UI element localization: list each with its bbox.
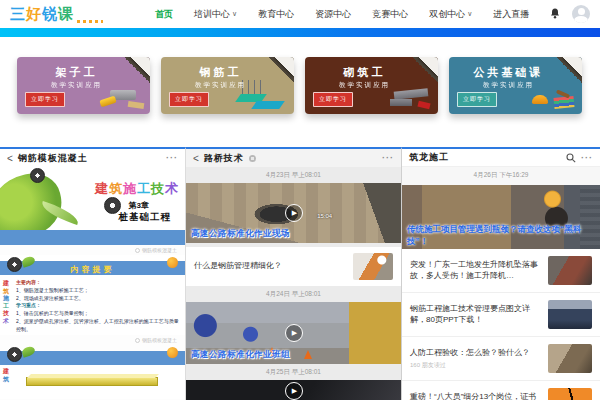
article-card[interactable]: 人防工程验收：怎么验？验什么？ 160 朋友读过	[402, 337, 600, 381]
card-illustration	[532, 95, 548, 104]
article-card[interactable]: 重磅！“八大员”细分13个岗位，证书全国联网、全国通用，浙…	[402, 381, 600, 400]
card-subtitle: 教学实训应用	[449, 81, 568, 90]
video-thumbnail[interactable]: ▶ 15:04 高速公路标准化作业现场	[186, 183, 401, 243]
outline-line: 1、锤击沉桩的工艺与质量控制；	[16, 310, 179, 318]
read-count: 160 朋友读过	[410, 361, 540, 369]
nav-label: 培训中心	[194, 8, 230, 21]
nav-label: 首页	[155, 8, 173, 21]
date-divider: 4月23日 早上08:01	[186, 167, 401, 183]
gold-beam-illustration	[26, 377, 158, 386]
course-card-mason[interactable]: 砌筑工 教学实训应用 立即学习	[305, 57, 438, 114]
play-icon[interactable]: ▶	[285, 204, 303, 222]
nav-item-resource-center[interactable]: 资源中心	[315, 8, 351, 21]
slide-title: 建筑施工技术	[95, 180, 179, 198]
title-char: 工	[137, 181, 151, 196]
video-thumbnail[interactable]: ▶	[186, 380, 401, 400]
logo-char: 课	[58, 5, 74, 24]
card-illustration	[128, 101, 145, 109]
card-subtitle: 教学实训应用	[17, 81, 136, 90]
play-icon[interactable]: ▶	[285, 324, 303, 342]
slide-section-bar	[0, 351, 185, 365]
course-card-public-basics[interactable]: 公共基础课 教学实训应用 立即学习	[449, 57, 582, 114]
outline-line: 主要内容：	[16, 279, 179, 287]
slide-outline[interactable]: 内容提要 建 筑 施 工 技 术 主要内容： 1、钢筋混凝土预制桩施工工艺； 2…	[0, 255, 185, 335]
card-illustration	[417, 101, 430, 110]
logo-underline-decoration	[77, 20, 103, 23]
slide-next[interactable]: 建 筑	[0, 365, 185, 399]
watermark: 钢筋模板混凝土	[0, 335, 185, 345]
outline-line: 学习重点：	[16, 302, 179, 310]
fruit-illustration	[167, 347, 178, 358]
course-card-rebar-worker[interactable]: 钢筋工 教学实训应用 立即学习	[161, 57, 294, 114]
video-caption: 高速公路标准化作业班组	[191, 349, 290, 361]
nav-label: 进入直播	[493, 8, 529, 21]
chevron-down-icon: ∨	[232, 10, 237, 18]
top-nav: 三 好 锐 课 首页 培训中心∨ 教育中心 资源中心 竞赛中心 双创中心∨ 进入…	[0, 0, 600, 28]
card-subtitle: 教学实训应用	[161, 81, 280, 90]
nav-item-enter-live[interactable]: 进入直播	[493, 8, 529, 21]
watermark: 钢筋模板混凝土	[0, 245, 185, 255]
traffic-cone-illustration	[304, 350, 312, 359]
label-char: 术	[3, 318, 9, 326]
article-title-text: 人防工程验收：怎么验？验什么？	[410, 348, 530, 357]
outline-line: 2、现场成孔灌注桩施工工艺。	[16, 295, 179, 303]
column-header: < 钢筋模板混凝土 ···	[0, 149, 185, 167]
course-card-scaffolder[interactable]: 架子工 教学实训应用 立即学习	[17, 57, 150, 114]
featured-article-title: 传统施工项目管理遇到瓶颈？请查收这项“黑科技”！	[407, 224, 596, 247]
learn-now-button[interactable]: 立即学习	[313, 92, 353, 107]
learn-now-button[interactable]: 立即学习	[25, 92, 65, 107]
card-title: 钢筋工	[161, 65, 280, 80]
more-menu-icon[interactable]: ···	[382, 153, 394, 163]
article-card[interactable]: 什么是钢筋管理精细化？	[186, 247, 401, 286]
column-zhulong-construction: 筑龙施工 ··· 4月26日 下午16:29 传统施工项目管理遇到瓶颈？请查收这…	[402, 147, 600, 400]
hero-banner-strip[interactable]	[0, 28, 600, 37]
nav-item-education-center[interactable]: 教育中心	[258, 8, 294, 21]
feed: 4月23日 早上08:01 ▶ 15:04 高速公路标准化作业现场 什么是钢筋管…	[186, 167, 401, 400]
vertical-slide-label: 建 筑	[3, 368, 9, 383]
article-thumbnail	[548, 344, 592, 373]
chevron-down-icon: ∨	[467, 10, 472, 18]
card-title: 公共基础课	[449, 65, 568, 80]
vertical-slide-label: 建 筑 施 工 技 术	[3, 280, 9, 325]
card-title: 砌筑工	[305, 65, 424, 80]
card-title: 架子工	[17, 65, 136, 80]
leaf-illustration	[21, 255, 36, 268]
search-icon[interactable]	[566, 153, 576, 163]
article-thumbnail	[548, 300, 592, 329]
card-illustration	[390, 99, 412, 106]
video-caption: 高速公路标准化作业现场	[191, 228, 290, 240]
nav-item-training-center[interactable]: 培训中心∨	[194, 8, 237, 21]
video-duration: 15:04	[317, 213, 332, 219]
video-thumbnail[interactable]: ▶ 高速公路标准化作业班组	[186, 302, 401, 364]
back-icon[interactable]: <	[193, 153, 199, 164]
user-avatar[interactable]	[572, 5, 590, 23]
article-card[interactable]: 钢筋工程施工技术管理要点图文详解，80页PPT下载！	[402, 293, 600, 337]
back-icon[interactable]: <	[7, 153, 13, 164]
nav-item-innovation-center[interactable]: 双创中心∨	[429, 8, 472, 21]
nav-label: 双创中心	[429, 8, 465, 21]
slide-section-title: 内容提要	[71, 264, 115, 275]
label-char: 建	[3, 280, 9, 288]
article-title: 重磅！“八大员”细分13个岗位，证书全国联网、全国通用，浙…	[410, 392, 540, 400]
slide-cover[interactable]: 建筑施工技术 第3章 桩基础工程	[0, 167, 185, 245]
slide-section-bar: 内容提要	[0, 261, 185, 275]
featured-article-card[interactable]: 传统施工项目管理遇到瓶颈？请查收这项“黑科技”！	[402, 185, 600, 249]
verified-badge-icon	[249, 155, 256, 162]
nav-item-home[interactable]: 首页	[155, 8, 173, 21]
article-title: 突发！广东一工地发生升降机坠落事故，多人受伤！施工升降机…	[410, 260, 540, 282]
play-icon[interactable]: ▶	[285, 382, 303, 400]
notifications-bell-icon[interactable]	[550, 5, 560, 23]
column-rebar-formwork-concrete: < 钢筋模板混凝土 ··· 建筑施工技术 第3章 桩基础工程 钢筋模板混凝土	[0, 147, 186, 400]
column-title: 筑龙施工	[409, 151, 449, 164]
chapter-title: 桩基础工程	[119, 211, 172, 224]
nav-item-competition-center[interactable]: 竞赛中心	[372, 8, 408, 21]
learn-now-button[interactable]: 立即学习	[457, 92, 497, 107]
more-menu-icon[interactable]: ···	[581, 153, 593, 163]
site-logo[interactable]: 三 好 锐 课	[10, 5, 103, 24]
logo-char: 三	[10, 5, 26, 24]
article-thumbnail	[548, 388, 592, 400]
learn-now-button[interactable]: 立即学习	[169, 92, 209, 107]
article-card[interactable]: 突发！广东一工地发生升降机坠落事故，多人受伤！施工升降机…	[402, 249, 600, 293]
more-menu-icon[interactable]: ···	[166, 153, 178, 163]
date-divider: 4月25日 早上08:01	[186, 364, 401, 380]
